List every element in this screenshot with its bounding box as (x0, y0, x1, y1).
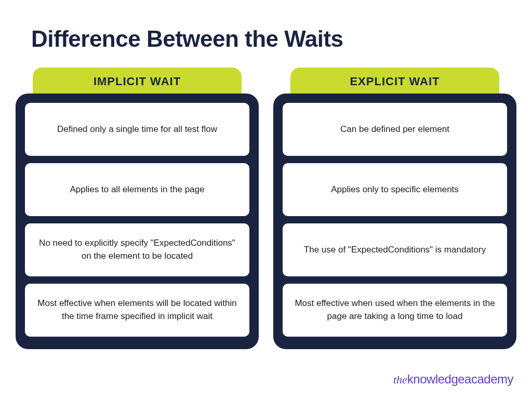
list-item: Defined only a single time for all test … (25, 103, 249, 156)
explicit-wait-column: EXPLICIT WAIT Can be defined per element… (273, 68, 516, 349)
implicit-wait-body: Defined only a single time for all test … (16, 94, 259, 349)
attribution-knowledge: knowledge (407, 372, 464, 386)
list-item: Applies to all elements in the page (25, 163, 249, 216)
attribution-logo: theknowledgeacademy (393, 372, 513, 387)
list-item: Can be defined per element (283, 103, 507, 156)
explicit-wait-body: Can be defined per element Applies only … (273, 94, 516, 349)
page-title: Difference Between the Waits (0, 0, 532, 52)
attribution-academy: academy (464, 372, 513, 386)
list-item: Most effective when elements will be loc… (25, 284, 249, 337)
attribution-the: the (393, 373, 407, 386)
implicit-wait-column: IMPLICIT WAIT Defined only a single time… (16, 68, 259, 349)
list-item: The use of "ExpectedConditions" is manda… (283, 223, 507, 276)
list-item: Most effective when used when the elemen… (283, 284, 507, 337)
list-item: No need to explicitly specify "ExpectedC… (25, 223, 249, 276)
comparison-columns: IMPLICIT WAIT Defined only a single time… (0, 52, 532, 349)
list-item: Applies only to specific elements (283, 163, 507, 216)
